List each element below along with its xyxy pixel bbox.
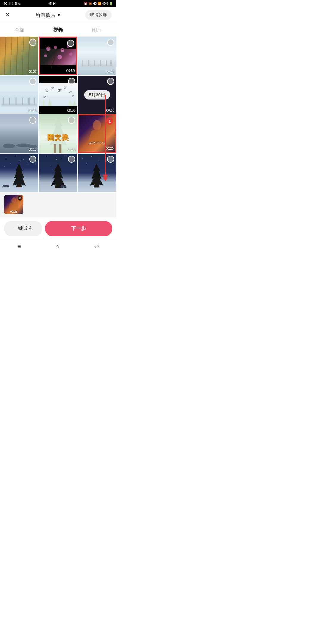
next-button[interactable]: 下一步 xyxy=(45,221,112,236)
bottom-actions: 一键成片 下一步 xyxy=(0,217,116,240)
svg-rect-26 xyxy=(22,97,23,105)
media-cell-11[interactable] xyxy=(39,154,78,192)
tab-image[interactable]: 图片 xyxy=(86,26,108,35)
svg-point-42 xyxy=(6,158,6,158)
media-time-7: 00:10 xyxy=(28,148,37,151)
svg-rect-67 xyxy=(97,184,98,187)
media-cell-8[interactable]: 图文美 00:06 xyxy=(39,114,78,153)
media-cell-5[interactable]: 🕊 🕊 🕊 🕊 🕊 🕊 🕊 00:05 xyxy=(39,76,78,114)
quick-video-button[interactable]: 一键成片 xyxy=(4,221,42,236)
svg-text:🕊: 🕊 xyxy=(58,89,61,92)
filter-tabs: 全部 视频 图片 xyxy=(0,23,116,37)
select-circle-3[interactable] xyxy=(107,39,114,46)
svg-line-12 xyxy=(51,52,57,69)
back-icon[interactable]: ↩ xyxy=(94,243,99,250)
select-circle-5[interactable] xyxy=(68,78,75,85)
header: ✕ 所有照片 ▾ 取消多选 xyxy=(0,7,116,23)
selected-thumb-time: 00:26 xyxy=(10,210,17,213)
svg-rect-40 xyxy=(59,144,61,153)
svg-rect-50 xyxy=(18,184,19,187)
svg-point-52 xyxy=(46,157,47,157)
battery-label: 60% xyxy=(102,2,108,5)
subtitle-text: 这些话不说了！这 xyxy=(80,141,114,144)
album-title: 所有照片 xyxy=(35,12,56,18)
select-circle-1[interactable] xyxy=(29,39,36,46)
select-circle-10[interactable] xyxy=(29,156,36,163)
svg-point-41 xyxy=(93,120,101,130)
select-circle-7[interactable] xyxy=(29,117,36,124)
media-cell-12[interactable] xyxy=(78,154,116,192)
svg-point-10 xyxy=(57,55,62,59)
svg-line-0 xyxy=(4,37,6,75)
svg-rect-39 xyxy=(54,144,56,153)
media-time-1: 00:07 xyxy=(28,70,37,73)
media-cell-7[interactable]: 00:10 xyxy=(0,114,38,153)
media-cell-6[interactable]: 5月30日 00:06 xyxy=(78,76,116,114)
svg-rect-28 xyxy=(34,97,35,105)
tab-video[interactable]: 视频 xyxy=(47,26,69,35)
home-icon[interactable]: ⌂ xyxy=(55,243,59,250)
close-button[interactable]: ✕ xyxy=(5,12,10,18)
svg-rect-58 xyxy=(56,185,58,188)
remove-selected-button[interactable]: ✕ xyxy=(18,196,22,201)
select-circle-4[interactable] xyxy=(29,78,36,85)
svg-line-3 xyxy=(22,37,24,75)
nav-bar: ≡ ⌂ ↩ xyxy=(0,240,116,255)
chevron-down-icon[interactable]: ▾ xyxy=(58,12,60,18)
overlay-text: 图文美 xyxy=(47,133,69,142)
svg-point-57 xyxy=(61,158,61,158)
select-circle-12[interactable] xyxy=(107,156,114,163)
svg-rect-24 xyxy=(9,97,10,105)
svg-rect-22 xyxy=(1,103,37,106)
media-grid: 00:07 xyxy=(0,37,116,192)
media-time-3: 00:14 xyxy=(106,70,114,73)
svg-line-2 xyxy=(16,37,18,75)
svg-point-54 xyxy=(65,156,66,156)
menu-icon[interactable]: ≡ xyxy=(17,243,21,250)
svg-rect-27 xyxy=(28,97,30,105)
hd-label: HD xyxy=(93,2,97,5)
media-grid-wrapper: 00:07 xyxy=(0,37,116,192)
speed-label: 3.6K/s xyxy=(12,2,21,5)
media-cell-1[interactable]: 00:07 xyxy=(0,37,38,75)
time-label: 05:36 xyxy=(48,2,56,5)
svg-rect-20 xyxy=(106,60,107,66)
svg-point-11 xyxy=(69,53,72,56)
media-cell-3[interactable]: 00:14 xyxy=(78,37,116,75)
media-cell-10[interactable] xyxy=(0,154,38,192)
cancel-multi-select-button[interactable]: 取消多选 xyxy=(85,10,112,20)
header-title: 所有照片 ▾ xyxy=(35,12,60,18)
svg-rect-23 xyxy=(3,97,4,105)
media-cell-4[interactable]: 00:30 xyxy=(0,76,38,114)
media-time-8: 00:06 xyxy=(67,148,76,151)
tab-all[interactable]: 全部 xyxy=(9,26,30,35)
svg-rect-51 xyxy=(19,184,21,187)
status-right: ⏰ 🔕 HD 📶 60% 🔋 xyxy=(84,2,113,5)
media-cell-2[interactable]: 00:50 xyxy=(39,37,78,75)
svg-point-6 xyxy=(54,46,57,49)
media-time-6: 00:06 xyxy=(106,109,114,112)
svg-point-5 xyxy=(46,47,50,51)
svg-rect-66 xyxy=(95,184,96,187)
svg-rect-17 xyxy=(88,60,89,66)
svg-line-1 xyxy=(10,37,12,75)
selected-thumb-1[interactable]: ✕ 00:26 xyxy=(4,195,23,214)
svg-rect-21 xyxy=(110,60,112,66)
mute-icon: 🔕 xyxy=(88,2,92,5)
svg-point-48 xyxy=(4,167,5,167)
svg-rect-15 xyxy=(81,65,113,67)
svg-point-64 xyxy=(113,162,114,163)
svg-rect-25 xyxy=(15,97,16,105)
media-time-2: 00:50 xyxy=(66,69,75,72)
battery-icon: 🔋 xyxy=(109,2,113,5)
status-bar: 4G .ill 3.6K/s 05:36 ⏰ 🔕 HD 📶 60% 🔋 xyxy=(0,0,116,7)
date-badge: 5月30日 xyxy=(84,90,110,100)
status-left: 4G .ill 3.6K/s xyxy=(4,2,21,5)
svg-text:🕊: 🕊 xyxy=(64,86,67,89)
svg-point-53 xyxy=(56,159,57,160)
media-cell-9[interactable]: 这些话不说了！这 1 00:26 xyxy=(78,114,116,153)
media-time-4: 00:30 xyxy=(28,109,37,112)
svg-text:🕊: 🕊 xyxy=(51,86,54,90)
select-circle-6[interactable] xyxy=(107,78,114,85)
svg-point-61 xyxy=(91,156,92,157)
